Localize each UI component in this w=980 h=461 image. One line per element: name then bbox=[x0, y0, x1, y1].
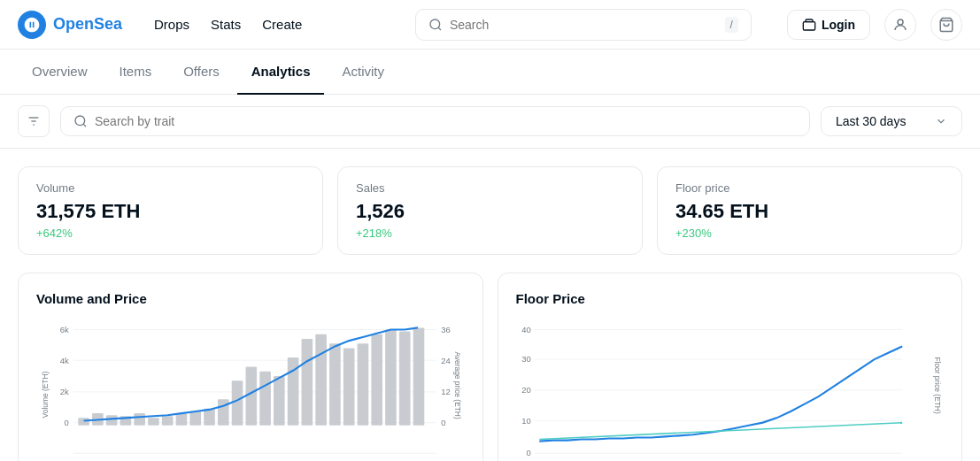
svg-rect-46 bbox=[399, 332, 411, 426]
svg-text:10: 10 bbox=[521, 416, 531, 426]
top-actions: Login bbox=[787, 9, 962, 41]
svg-rect-36 bbox=[259, 372, 271, 426]
svg-text:0: 0 bbox=[526, 448, 530, 457]
nav-create[interactable]: Create bbox=[262, 13, 302, 35]
volume-price-chart-title: Volume and Price bbox=[36, 291, 465, 306]
svg-rect-34 bbox=[232, 380, 243, 425]
tab-offers[interactable]: Offers bbox=[169, 50, 234, 95]
svg-rect-27 bbox=[134, 413, 145, 426]
tab-analytics[interactable]: Analytics bbox=[237, 50, 325, 95]
svg-rect-44 bbox=[371, 334, 382, 426]
svg-text:12: 12 bbox=[441, 387, 451, 396]
stat-floor: Floor price 34.65 ETH +230% bbox=[657, 166, 962, 255]
stat-volume-change: +642% bbox=[36, 227, 305, 240]
svg-text:4k: 4k bbox=[60, 356, 69, 365]
cart-button[interactable] bbox=[930, 9, 962, 41]
tab-activity[interactable]: Activity bbox=[328, 50, 398, 95]
svg-point-8 bbox=[75, 116, 85, 126]
svg-rect-39 bbox=[302, 339, 313, 426]
svg-rect-33 bbox=[218, 399, 229, 425]
cart-icon bbox=[938, 17, 954, 33]
wallet-icon bbox=[802, 18, 816, 32]
svg-rect-37 bbox=[274, 376, 285, 426]
svg-rect-31 bbox=[189, 411, 201, 426]
svg-text:0: 0 bbox=[65, 418, 69, 427]
nav-stats[interactable]: Stats bbox=[211, 13, 241, 35]
stat-volume: Volume 31,575 ETH +642% bbox=[18, 166, 323, 255]
global-search[interactable]: / bbox=[415, 9, 752, 41]
volume-price-chart-card: Volume and Price 6k 4k 2k 0 36 24 12 0 bbox=[18, 273, 483, 461]
stat-floor-label: Floor price bbox=[675, 181, 944, 195]
stat-volume-label: Volume bbox=[36, 181, 305, 195]
trait-search-icon bbox=[73, 114, 88, 128]
main-nav: Drops Stats Create bbox=[154, 13, 302, 35]
svg-rect-41 bbox=[329, 343, 341, 425]
date-range-label: Last 30 days bbox=[836, 114, 906, 128]
filter-bar: Last 30 days bbox=[0, 95, 980, 149]
svg-rect-45 bbox=[385, 330, 397, 426]
brand-name: OpenSea bbox=[53, 15, 122, 34]
svg-text:36: 36 bbox=[441, 325, 451, 334]
svg-text:40: 40 bbox=[521, 325, 531, 334]
volume-price-svg: 6k 4k 2k 0 36 24 12 0 bbox=[36, 320, 465, 461]
svg-rect-35 bbox=[245, 367, 257, 426]
logo[interactable]: OpenSea bbox=[18, 11, 122, 39]
stat-floor-change: +230% bbox=[675, 227, 944, 240]
svg-text:Average price (ETH): Average price (ETH) bbox=[453, 351, 462, 419]
svg-rect-40 bbox=[315, 334, 327, 426]
tab-bar: Overview Items Offers Analytics Activity bbox=[0, 50, 980, 95]
svg-rect-47 bbox=[413, 327, 425, 425]
trait-search[interactable] bbox=[60, 106, 810, 136]
topbar: OpenSea Drops Stats Create / Login bbox=[0, 0, 980, 50]
svg-text:0: 0 bbox=[441, 418, 445, 427]
logo-icon bbox=[18, 11, 46, 39]
filter-icon bbox=[27, 114, 41, 128]
svg-rect-29 bbox=[162, 416, 174, 426]
stat-volume-value: 31,575 ETH bbox=[36, 200, 305, 223]
svg-line-1 bbox=[438, 27, 441, 30]
tab-items[interactable]: Items bbox=[105, 50, 166, 95]
nav-drops[interactable]: Drops bbox=[154, 13, 189, 35]
svg-text:Volume (ETH): Volume (ETH) bbox=[41, 372, 50, 419]
login-button[interactable]: Login bbox=[787, 10, 870, 40]
floor-price-chart-card: Floor Price 40 30 20 10 0 No bbox=[498, 273, 963, 461]
svg-rect-42 bbox=[343, 349, 355, 426]
stat-sales-label: Sales bbox=[356, 181, 624, 195]
svg-point-3 bbox=[898, 19, 903, 25]
svg-point-0 bbox=[430, 19, 440, 29]
svg-line-9 bbox=[83, 124, 86, 127]
svg-text:30: 30 bbox=[521, 354, 531, 364]
svg-rect-30 bbox=[176, 413, 188, 426]
tab-overview[interactable]: Overview bbox=[18, 50, 102, 95]
date-range-dropdown[interactable]: Last 30 days bbox=[821, 106, 962, 136]
svg-text:6k: 6k bbox=[60, 325, 69, 334]
svg-text:20: 20 bbox=[521, 385, 531, 395]
profile-icon bbox=[892, 17, 908, 33]
svg-text:Floor price (ETH): Floor price (ETH) bbox=[932, 357, 941, 414]
svg-rect-25 bbox=[106, 415, 118, 426]
stat-floor-value: 34.65 ETH bbox=[675, 200, 944, 223]
stat-sales-value: 1,526 bbox=[356, 200, 624, 223]
filter-toggle-button[interactable] bbox=[18, 105, 50, 137]
stat-sales-change: +218% bbox=[356, 227, 624, 240]
login-label: Login bbox=[822, 18, 855, 32]
svg-rect-2 bbox=[803, 21, 814, 29]
search-kbd: / bbox=[725, 17, 738, 33]
svg-text:24: 24 bbox=[441, 356, 451, 365]
volume-price-chart: 6k 4k 2k 0 36 24 12 0 bbox=[36, 320, 465, 461]
svg-rect-28 bbox=[148, 418, 159, 425]
stat-sales: Sales 1,526 +218% bbox=[337, 166, 643, 255]
search-input[interactable] bbox=[450, 18, 718, 32]
floor-price-chart: 40 30 20 10 0 Nov 18 Nov 25 Dec 2 Dec 9 … bbox=[516, 320, 945, 461]
trait-search-input[interactable] bbox=[95, 114, 797, 128]
floor-price-svg: 40 30 20 10 0 Nov 18 Nov 25 Dec 2 Dec 9 … bbox=[516, 320, 945, 461]
floor-price-chart-title: Floor Price bbox=[516, 291, 945, 306]
svg-rect-43 bbox=[358, 343, 369, 425]
chevron-down-icon bbox=[935, 115, 947, 127]
svg-rect-23 bbox=[78, 418, 89, 425]
charts-row: Volume and Price 6k 4k 2k 0 36 24 12 0 bbox=[0, 273, 980, 461]
profile-button[interactable] bbox=[884, 9, 916, 41]
stats-row: Volume 31,575 ETH +642% Sales 1,526 +218… bbox=[0, 149, 980, 273]
svg-rect-32 bbox=[204, 409, 215, 426]
search-icon bbox=[428, 18, 443, 32]
